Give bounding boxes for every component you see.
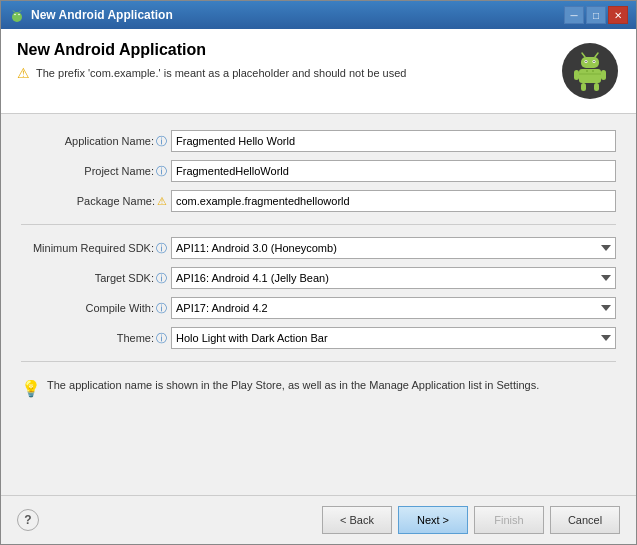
min-sdk-select[interactable]: API8: Android 2.2 (Froyo)API11: Android … — [171, 237, 616, 259]
svg-point-21 — [592, 70, 594, 72]
package-name-label: Package Name: ⚠ — [21, 195, 171, 208]
maximize-button[interactable]: □ — [586, 6, 606, 24]
application-name-row: Application Name: ⓘ — [21, 130, 616, 152]
svg-point-20 — [586, 70, 588, 72]
android-logo — [560, 41, 620, 101]
page-header: New Android Application ⚠ The prefix 'co… — [1, 29, 636, 114]
project-name-label: Project Name: ⓘ — [21, 164, 171, 179]
compile-with-info-icon[interactable]: ⓘ — [156, 301, 167, 316]
info-row: 💡 The application name is shown in the P… — [21, 374, 616, 402]
svg-rect-16 — [601, 70, 606, 80]
cancel-button[interactable]: Cancel — [550, 506, 620, 534]
package-name-input[interactable] — [171, 190, 616, 212]
target-sdk-select[interactable]: API16: Android 4.1 (Jelly Bean)API17: An… — [171, 267, 616, 289]
content: New Android Application ⚠ The prefix 'co… — [1, 29, 636, 544]
svg-line-5 — [20, 11, 22, 13]
svg-rect-15 — [574, 70, 579, 80]
footer-right: < Back Next > Finish Cancel — [322, 506, 620, 534]
title-bar-left: New Android Application — [9, 7, 173, 23]
package-name-row: Package Name: ⚠ — [21, 190, 616, 212]
next-button[interactable]: Next > — [398, 506, 468, 534]
svg-point-3 — [18, 14, 20, 16]
application-name-input[interactable] — [171, 130, 616, 152]
help-button[interactable]: ? — [17, 509, 39, 531]
info-bulb-icon: 💡 — [21, 379, 41, 398]
theme-info-icon[interactable]: ⓘ — [156, 331, 167, 346]
back-button[interactable]: < Back — [322, 506, 392, 534]
target-sdk-info-icon[interactable]: ⓘ — [156, 271, 167, 286]
target-sdk-row: Target SDK: ⓘ API16: Android 4.1 (Jelly … — [21, 267, 616, 289]
project-name-input[interactable] — [171, 160, 616, 182]
theme-select[interactable]: Holo Light with Dark Action BarHolo Dark… — [171, 327, 616, 349]
warning-row: ⚠ The prefix 'com.example.' is meant as … — [17, 65, 560, 81]
project-name-info-icon[interactable]: ⓘ — [156, 164, 167, 179]
compile-with-label: Compile With: ⓘ — [21, 301, 171, 316]
page-header-text: New Android Application ⚠ The prefix 'co… — [17, 41, 560, 81]
svg-rect-18 — [594, 83, 599, 91]
project-name-row: Project Name: ⓘ — [21, 160, 616, 182]
info-text: The application name is shown in the Pla… — [47, 378, 539, 393]
warning-icon: ⚠ — [17, 65, 30, 81]
svg-point-11 — [585, 61, 586, 62]
title-bar-text: New Android Application — [31, 8, 173, 22]
finish-button[interactable]: Finish — [474, 506, 544, 534]
title-bar: New Android Application ─ □ ✕ — [1, 1, 636, 29]
svg-rect-17 — [581, 83, 586, 91]
theme-row: Theme: ⓘ Holo Light with Dark Action Bar… — [21, 327, 616, 349]
min-sdk-info-icon[interactable]: ⓘ — [156, 241, 167, 256]
page-title: New Android Application — [17, 41, 560, 59]
svg-point-2 — [14, 14, 16, 16]
min-sdk-row: Minimum Required SDK: ⓘ API8: Android 2.… — [21, 237, 616, 259]
minimize-button[interactable]: ─ — [564, 6, 584, 24]
title-bar-controls: ─ □ ✕ — [564, 6, 628, 24]
warning-text: The prefix 'com.example.' is meant as a … — [36, 67, 406, 79]
compile-with-row: Compile With: ⓘ API17: Android 4.2 — [21, 297, 616, 319]
svg-point-12 — [593, 61, 594, 62]
android-title-icon — [9, 7, 25, 23]
footer: ? < Back Next > Finish Cancel — [1, 495, 636, 544]
application-name-info-icon[interactable]: ⓘ — [156, 134, 167, 149]
close-button[interactable]: ✕ — [608, 6, 628, 24]
application-name-label: Application Name: ⓘ — [21, 134, 171, 149]
min-sdk-label: Minimum Required SDK: ⓘ — [21, 241, 171, 256]
svg-line-4 — [13, 11, 15, 13]
package-name-warn-icon: ⚠ — [157, 195, 167, 208]
divider-2 — [21, 361, 616, 362]
svg-rect-7 — [579, 69, 601, 83]
divider-1 — [21, 224, 616, 225]
theme-label: Theme: ⓘ — [21, 331, 171, 346]
target-sdk-label: Target SDK: ⓘ — [21, 271, 171, 286]
window: New Android Application ─ □ ✕ New Androi… — [0, 0, 637, 545]
svg-rect-8 — [581, 57, 599, 68]
footer-left: ? — [17, 509, 39, 531]
form-area: Application Name: ⓘ Project Name: ⓘ Pack… — [1, 114, 636, 495]
compile-with-select[interactable]: API17: Android 4.2 — [171, 297, 616, 319]
